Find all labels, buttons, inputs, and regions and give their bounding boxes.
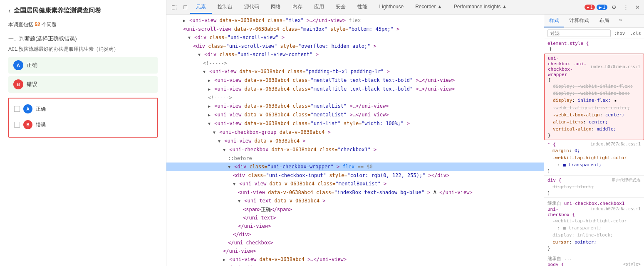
dom-line[interactable]: </uni-view> bbox=[166, 222, 544, 230]
inherited-selector: uni-checkbox { bbox=[547, 207, 575, 217]
dom-line[interactable]: <div class="uni-checkbox-input" style="c… bbox=[166, 171, 544, 180]
dom-line[interactable]: ▶ <uni-view data-v-0638abc4 class="flex"… bbox=[166, 16, 544, 25]
dom-line[interactable]: ▼ <uni-view data-v-0638abc4 class="paddi… bbox=[166, 67, 544, 76]
tab-network[interactable]: 网络 bbox=[265, 1, 287, 14]
universal-file: index.b0707a6a.css:1 bbox=[591, 142, 641, 147]
inspect-icon[interactable]: ⬚ bbox=[168, 1, 180, 13]
tab-console[interactable]: 控制台 bbox=[212, 1, 238, 14]
brace-open: { bbox=[548, 77, 551, 83]
dom-line[interactable]: ▶ <uni-view data-v-0638abc4 class="menta… bbox=[166, 85, 544, 94]
dom-line[interactable]: ▶ <uni-view data-v-0638abc4 class="menta… bbox=[166, 102, 544, 111]
body-inherited-section: 继承自 ... body { <style> font-size: ... } … bbox=[544, 253, 644, 266]
checkbox-badge-a: A bbox=[23, 104, 32, 113]
dom-line[interactable]: ▶ <uni-view data-v-0638abc4 class="menta… bbox=[166, 111, 544, 119]
inherited-section: 继承自 uni-checkbox.checkbox1 uni-checkbox … bbox=[544, 198, 644, 253]
style-prop[interactable]: align-items: center; bbox=[553, 118, 640, 126]
dom-line[interactable]: </uni-checkbox> bbox=[166, 239, 544, 247]
warning-badge[interactable]: ▶ 1 bbox=[597, 5, 607, 10]
dom-line[interactable]: </uni-checkbox-group> bbox=[166, 264, 544, 266]
dom-line[interactable]: <uni-view data-v-0638abc4 class="indexBo… bbox=[166, 188, 544, 197]
main-file: index.b0707a6a.css:1 bbox=[590, 64, 640, 69]
back-button[interactable]: ‹ bbox=[8, 7, 10, 15]
dom-line[interactable]: ▶ <uni-view data-v-0638abc4 >…</uni-view… bbox=[166, 255, 544, 264]
checkbox-item-b[interactable]: B 错误 bbox=[12, 118, 154, 132]
dom-line[interactable]: ::before bbox=[166, 154, 544, 163]
style-prop[interactable]: -webkit-tap-highlight-color : ■ transpar… bbox=[552, 154, 641, 168]
style-prop[interactable]: -webkit-align-items: center; bbox=[553, 104, 640, 111]
question-count: 52 bbox=[35, 22, 40, 27]
body-file: <style> bbox=[623, 262, 641, 266]
main-selector: uni-checkbox .uni-checkbox-wrapper bbox=[548, 56, 590, 77]
flex-icon: ▪ bbox=[614, 99, 617, 103]
error-badge[interactable]: ● 1 bbox=[585, 5, 594, 10]
checkbox-square-a[interactable] bbox=[14, 106, 20, 112]
dom-line[interactable]: </uni-view> bbox=[166, 247, 544, 255]
styles-filter-input[interactable] bbox=[547, 30, 611, 37]
style-prop[interactable]: -webkit-tap-highlight-color : ■ transpar… bbox=[552, 217, 641, 232]
dom-line[interactable]: </div> bbox=[166, 230, 544, 239]
dom-line[interactable]: ▼ <uni-view data-v-0638abc4 class="uni-l… bbox=[166, 119, 544, 128]
dom-expand-icon[interactable]: ▶ bbox=[183, 18, 186, 23]
cls-filter-button[interactable]: .cls bbox=[629, 30, 643, 37]
brace-close: } bbox=[547, 190, 550, 196]
tab-performance-insights[interactable]: Performance insights ▲ bbox=[448, 1, 513, 13]
checkbox-square-b[interactable] bbox=[14, 122, 20, 128]
style-prop[interactable]: vertical-align: middle; bbox=[553, 126, 640, 133]
more-options-icon[interactable]: ⋮ bbox=[621, 2, 631, 12]
hov-filter-button[interactable]: :hov bbox=[612, 30, 627, 37]
option-a[interactable]: A 正确 bbox=[8, 57, 158, 74]
checkbox-text-b: 错误 bbox=[36, 121, 46, 128]
dom-line[interactable]: ▼ <uni-checkbox-group data-v-0638abc4 > bbox=[166, 128, 544, 137]
style-prop[interactable]: display: inline-flex; ▪ bbox=[553, 97, 640, 104]
option-b-label: 错误 bbox=[27, 81, 37, 88]
tab-security[interactable]: 安全 bbox=[330, 1, 352, 14]
tab-recorder[interactable]: Recorder ▲ bbox=[409, 1, 448, 13]
style-prop[interactable]: display: -webkit-inline-box; bbox=[553, 90, 640, 97]
option-b[interactable]: B 错误 bbox=[8, 76, 158, 93]
style-prop[interactable]: display: -webkit-inline-flex; bbox=[553, 83, 640, 90]
dom-line[interactable]: ▶ <uni-view data-v-0638abc4 class="menta… bbox=[166, 76, 544, 85]
device-icon[interactable]: □ bbox=[180, 1, 190, 13]
settings-icon[interactable]: ⚙ bbox=[609, 2, 619, 12]
tab-styles[interactable]: 样式 bbox=[544, 15, 564, 27]
tab-layout[interactable]: 布局 bbox=[594, 15, 614, 27]
div-file: 用户代理样式表 bbox=[612, 177, 641, 183]
styles-tabs: 样式 计算样式 布局 » bbox=[544, 15, 644, 28]
dom-line[interactable]: </uni-text> bbox=[166, 214, 544, 222]
universal-selector: * { bbox=[547, 142, 556, 147]
tab-memory[interactable]: 内存 bbox=[287, 1, 308, 14]
dom-line[interactable]: <div class="uni-scroll-view" style="over… bbox=[166, 42, 544, 50]
tab-computed[interactable]: 计算样式 bbox=[564, 15, 594, 27]
checkbox-section-highlighted: A 正确 B 错误 bbox=[8, 98, 158, 138]
style-prop[interactable]: -webkit-box-align: center; bbox=[553, 111, 640, 118]
tab-lighthouse[interactable]: Lighthouse bbox=[373, 1, 409, 13]
mobile-header: ‹ 全国居民健康素养监测调查问卷 bbox=[8, 7, 158, 15]
dom-line[interactable]: <!-----> bbox=[166, 59, 544, 67]
dom-line[interactable]: ▼ <div class="uni-scroll-view-content" > bbox=[166, 50, 544, 59]
dom-line[interactable]: <!-----> bbox=[166, 94, 544, 102]
close-devtools-icon[interactable]: ✕ bbox=[633, 2, 642, 12]
option-a-label: 正确 bbox=[27, 62, 37, 69]
style-prop[interactable]: display: block; bbox=[552, 183, 641, 190]
tab-elements[interactable]: 元素 bbox=[190, 1, 212, 14]
checkbox-item-a[interactable]: A 正确 bbox=[12, 102, 154, 116]
tab-application[interactable]: 应用 bbox=[308, 1, 330, 14]
div-selector-section: div { 用户代理样式表 display: block; } bbox=[544, 176, 644, 198]
brace-close: } bbox=[547, 168, 550, 174]
dom-line[interactable]: ▼ <uni-text data-v-0638abc4 > bbox=[166, 197, 544, 205]
tab-sources[interactable]: 源代码 bbox=[238, 1, 265, 14]
dom-line[interactable]: ▼ <uni-checkbox data-v-0638abc4 class="c… bbox=[166, 145, 544, 154]
style-prop[interactable]: display: inline-block; bbox=[552, 232, 641, 239]
section-title: 一、判断题(选择正确或错误) bbox=[8, 35, 158, 42]
dom-line[interactable]: ▼ <div class="uni-scroll-view" > bbox=[166, 33, 544, 42]
tab-more[interactable]: » bbox=[614, 15, 627, 27]
style-prop[interactable]: cursor: pointer; bbox=[552, 239, 641, 246]
dom-selected-line[interactable]: ▼ <div class="uni-checkbox-wrapper" > fl… bbox=[166, 163, 544, 171]
dom-line[interactable]: ▼ <uni-view data-v-0638abc4 class="menta… bbox=[166, 180, 544, 188]
dom-line[interactable]: <span>正确</span> bbox=[166, 205, 544, 214]
dom-line[interactable]: ▼ <uni-view data-v-0638abc4 > bbox=[166, 137, 544, 145]
style-prop[interactable]: margin: 0; bbox=[552, 147, 641, 154]
dom-line[interactable]: <uni-scroll-view data-v-0638abc4 class="… bbox=[166, 25, 544, 33]
div-selector: div { bbox=[547, 177, 561, 183]
tab-performance[interactable]: 性能 bbox=[352, 1, 373, 14]
